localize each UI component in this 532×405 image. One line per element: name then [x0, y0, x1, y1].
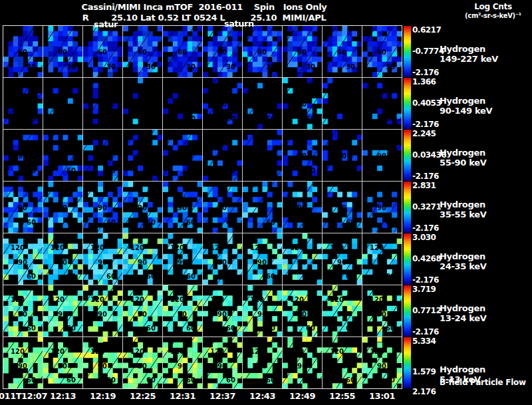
spin-panel-image — [123, 285, 162, 337]
spin-panel-image — [43, 130, 82, 181]
spin-panel-image — [283, 285, 322, 337]
saturn-direction-marker-left: satur — [94, 19, 118, 29]
colorbar-mid-label: 0.4268 — [412, 254, 441, 263]
spin-panel — [3, 130, 43, 181]
spin-panel-image — [123, 26, 162, 77]
colorbar-max-label: 5.334 — [412, 337, 436, 346]
spin-panel-image — [3, 26, 43, 77]
colorbar-min-label: -2.176 — [412, 68, 439, 77]
spin-panel-image — [283, 233, 322, 285]
time-axis-tick: 12:31 — [170, 391, 196, 401]
colorbar-max-label: 1.366 — [412, 77, 436, 86]
spin-panel-image — [43, 78, 82, 129]
spin-panel-image — [43, 26, 82, 77]
spin-panel — [362, 182, 402, 233]
colorbar — [404, 78, 411, 129]
spin-panel-image — [3, 78, 43, 129]
time-axis-tick: 13:01 — [369, 391, 395, 401]
spin-panel-image — [362, 182, 402, 233]
spin-panel — [163, 233, 202, 285]
spin-panel — [323, 78, 362, 129]
spin-panel — [43, 337, 82, 388]
spin-panel-image — [163, 130, 202, 181]
spin-panel-image — [3, 337, 43, 388]
spin-panel — [83, 182, 122, 233]
spin-panel-image — [323, 337, 362, 388]
spin-panel — [163, 285, 202, 337]
spin-panel — [123, 182, 162, 233]
spin-panel-image — [362, 285, 402, 337]
row-species-label: Hydrogen — [440, 44, 485, 54]
spin-panel — [43, 182, 82, 233]
spin-panel-image — [203, 337, 242, 388]
spin-panel-image — [243, 130, 282, 181]
spin-panel-image — [362, 26, 402, 77]
panel-grid — [3, 25, 402, 389]
spin-panel-image — [283, 337, 322, 388]
spin-panel-image — [323, 26, 362, 77]
time-axis-tick: 12:19 — [90, 391, 116, 401]
colorbar-max-label: 3.719 — [412, 285, 436, 294]
spin-panel — [203, 130, 242, 181]
spin-panel — [323, 26, 362, 77]
colorbar-min-label: -2.176 — [412, 327, 439, 337]
spin-panel-image — [283, 130, 322, 181]
spin-panel — [203, 78, 242, 129]
row-species-label: Hydrogen — [440, 96, 485, 106]
colorbar-title: Log Cnts (cm²-sr-s-keV)⁻¹ — [454, 2, 532, 19]
spin-panel — [3, 337, 43, 388]
time-axis-tick: 12:43 — [249, 391, 275, 401]
spin-panel — [163, 26, 202, 77]
spin-panel — [83, 233, 122, 285]
spin-panel-image — [243, 285, 282, 337]
spin-panel — [323, 337, 362, 388]
spin-panel-image — [163, 233, 202, 285]
colorbar-mid-label: 0.7712 — [412, 306, 441, 315]
colorbar-min-label: -2.176 — [412, 172, 439, 181]
spin-panel-image — [3, 285, 43, 337]
plot-subtitle: R 25.10 Lat 0.52 LT 0524 L 25.10 MIMI/AP… — [0, 13, 408, 23]
spin-panel — [362, 233, 402, 285]
row-species-label: Hydrogen — [440, 364, 485, 374]
row-energy-band-label: 55-90 keV — [440, 158, 487, 168]
spin-panel-image — [83, 233, 122, 285]
spin-panel — [243, 130, 282, 181]
spin-panel-image — [83, 337, 122, 388]
spin-panel — [243, 78, 282, 129]
row-species-label: Hydrogen — [440, 148, 485, 158]
spin-panel-image — [283, 182, 322, 233]
spin-panel-image — [243, 337, 282, 388]
spin-panel — [203, 233, 242, 285]
spin-panel — [3, 285, 43, 337]
spin-panel-image — [163, 182, 202, 233]
spin-panel-image — [203, 78, 242, 129]
spin-panel-image — [203, 285, 242, 337]
spin-panel-image — [123, 130, 162, 181]
spin-panel-image — [123, 78, 162, 129]
spin-panel — [163, 130, 202, 181]
colorbar-max-label: 3.030 — [412, 233, 436, 242]
spin-panel — [243, 26, 282, 77]
spin-panel — [323, 285, 362, 337]
spin-panel — [362, 337, 402, 388]
spin-panel-image — [3, 130, 43, 181]
colorbar-max-label: 0.6217 — [412, 25, 441, 35]
spin-panel — [163, 78, 202, 129]
spin-panel-image — [83, 130, 122, 181]
spin-panel — [283, 233, 322, 285]
spin-panel — [243, 233, 282, 285]
colorbar-mid-label: 1.579 — [412, 367, 436, 376]
spin-panel-image — [163, 285, 202, 337]
spin-panel — [362, 130, 402, 181]
time-axis-tick: 12:25 — [130, 391, 156, 401]
colorbar — [404, 233, 411, 285]
colorbar — [404, 285, 411, 337]
spin-panel — [43, 233, 82, 285]
colorbar-mid-label: 0.3271 — [412, 202, 441, 211]
spin-panel — [362, 78, 402, 129]
spin-panel — [83, 130, 122, 181]
colorbar — [404, 130, 411, 181]
spin-panel-image — [3, 182, 43, 233]
spin-panel-image — [163, 26, 202, 77]
spin-panel-image — [243, 233, 282, 285]
